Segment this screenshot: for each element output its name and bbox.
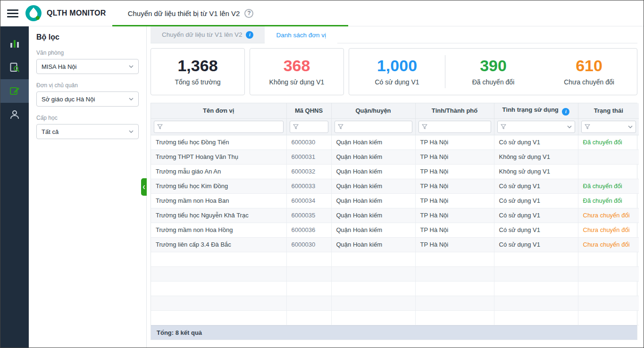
cell-district: Quận Hoàn kiếm [331, 149, 415, 164]
units-table: Tên đơn vị Mã QHNS Quận/huyện Tỉnh/Thành… [151, 103, 637, 340]
chevron-down-icon [129, 65, 134, 68]
stat-card-using-v1-group: 1,000 Có sử dụng V1 390 Đã chuyển đổi 61… [349, 48, 637, 95]
cell-usage: Có sử dụng V1 [494, 237, 578, 252]
not-converted-value: 610 [576, 58, 602, 75]
stat-cards: 1,368 Tổng số trường 368 Không sử dụng V… [151, 48, 637, 95]
not-using-v1-value: 368 [284, 58, 310, 75]
app-name: QLTH MONITOR [47, 9, 106, 17]
cell-status [578, 164, 639, 179]
col-header-unit-name: Tên đơn vị [151, 103, 286, 118]
table-row[interactable]: Trường mẫu giáo An An 6000032 Quận Hoàn … [151, 164, 639, 179]
cell-unit-name: Trường mầm non Hoa Ban [151, 193, 286, 208]
level-select[interactable]: Tất cả [36, 124, 139, 139]
cell-usage: Không sử dụng V1 [494, 164, 578, 179]
cell-province: TP Hà Nội [415, 223, 494, 237]
cell-unit-name: Trường tiểu học Kim Đồng [151, 179, 286, 193]
filter-input-unit-name[interactable] [154, 121, 284, 133]
cell-district: Quận Hoàn kiếm [331, 223, 415, 237]
cell-unit-name: Trường mầm non Hoa Hồng [151, 223, 286, 237]
cell-status: Đã chuyển đổi [578, 179, 639, 193]
sidebar-item-data-transfer[interactable] [0, 79, 29, 103]
cell-district: Quận Hoàn kiếm [331, 135, 415, 149]
cell-status [578, 149, 639, 164]
bar-chart-icon [9, 38, 20, 50]
cell-unit-name: Trường liên cấp 3.4 Đà Bắc [151, 237, 286, 252]
tab-transfer-data[interactable]: Chuyển dữ liệu từ V1 lên V2 i [151, 26, 265, 43]
office-select[interactable]: MISA Hà Nội [36, 59, 139, 74]
cell-usage: Có sử dụng V1 [494, 223, 578, 237]
authority-select[interactable]: Sở giáo dục Hà Nội [36, 91, 139, 107]
table-row[interactable]: Trường tiểu học Kim Đồng 6000033 Quận Ho… [151, 179, 639, 193]
table-row[interactable]: Trường tiểu học Đồng Tiến 6000030 Quận H… [151, 135, 639, 149]
converted-value: 390 [480, 58, 507, 75]
filter-select-usage[interactable] [497, 121, 575, 133]
sidebar-item-users[interactable] [0, 103, 29, 126]
hamburger-menu-button[interactable] [7, 9, 18, 17]
filter-panel: Bộ lọc Văn phòng MISA Hà Nội Đơn vị chủ … [29, 26, 147, 348]
cell-code: 6000032 [286, 164, 331, 179]
empty-row [151, 252, 639, 266]
cell-province: TP Hà Nội [415, 135, 494, 149]
info-icon[interactable]: i [246, 31, 253, 39]
not-converted-label: Chưa chuyển đổi [564, 78, 614, 86]
cell-district: Quận Hoàn kiếm [331, 237, 415, 252]
empty-row [151, 296, 639, 310]
chevron-down-icon [129, 130, 134, 133]
cell-province: TP Hà Nội [415, 179, 494, 193]
cell-province: TP Hà Nội [415, 208, 494, 223]
chevron-down-icon [628, 125, 633, 128]
filter-input-district[interactable] [335, 121, 412, 133]
app-logo-icon [25, 5, 42, 22]
cell-district: Quận Hoàn kiếm [331, 193, 415, 208]
cell-code: 6000033 [286, 179, 331, 193]
cell-province: TP Hà Nội [415, 164, 494, 179]
tab-unit-list[interactable]: Danh sách đơn vị [265, 26, 337, 43]
not-using-v1-label: Không sử dụng V1 [269, 78, 325, 86]
level-select-value: Tất cả [42, 128, 59, 135]
cell-unit-name: Trường THPT Hoàng Văn Thụ [151, 149, 286, 164]
cell-usage: Có sử dụng V1 [494, 193, 578, 208]
empty-row [151, 310, 639, 325]
tab-transfer-label: Chuyển dữ liệu từ V1 lên V2 [162, 31, 242, 38]
document-search-icon [9, 62, 20, 73]
authority-label: Đơn vị chủ quản [36, 82, 139, 89]
office-label: Văn phòng [36, 50, 139, 56]
help-icon[interactable]: ? [244, 9, 253, 18]
cell-code: 6000030 [286, 237, 331, 252]
edit-pencil-icon [9, 85, 20, 97]
col-header-code: Mã QHNS [286, 103, 331, 118]
filter-input-code[interactable] [290, 121, 328, 133]
table-footer: Tổng: 8 kết quả [151, 325, 637, 340]
table-header-row: Tên đơn vị Mã QHNS Quận/huyện Tỉnh/Thành… [151, 103, 639, 118]
sidebar-item-dashboard[interactable] [0, 32, 29, 56]
filter-panel-title: Bộ lọc [36, 33, 139, 41]
usage-info-icon[interactable]: i [562, 108, 569, 116]
cell-status: Đã chuyển đổi [578, 193, 639, 208]
table-row[interactable]: Trường mầm non Hoa Ban 6000034 Quận Hoàn… [151, 193, 639, 208]
chevron-left-icon: ❮ [142, 185, 146, 189]
level-label: Cấp học [36, 115, 139, 121]
col-header-province: Tỉnh/Thành phố [415, 103, 494, 118]
cell-province: TP Hà Nội [415, 149, 494, 164]
cell-code: 6000030 [286, 135, 331, 149]
cell-status: Chưa chuyển đổi [578, 208, 639, 223]
empty-row [151, 266, 639, 281]
using-v1-value: 1,000 [377, 58, 417, 75]
app-window: QLTH MONITOR Chuyển dữ liệu thiết bị từ … [0, 0, 644, 348]
col-header-district: Quận/huyện [331, 103, 415, 118]
table-row[interactable]: Trường mầm non Hoa Hồng 6000036 Quận Hoà… [151, 223, 639, 237]
empty-row [151, 281, 639, 296]
chevron-down-icon [567, 125, 572, 128]
cell-unit-name: Trường tiểu học Đồng Tiến [151, 135, 286, 149]
table-row[interactable]: Trường THPT Hoàng Văn Thụ 6000031 Quận H… [151, 149, 639, 164]
page-title: Chuyển dữ liệu thiết bị từ V1 lên V2 [128, 9, 240, 17]
cell-code: 6000035 [286, 208, 331, 223]
filter-input-province[interactable] [418, 121, 491, 133]
table-row[interactable]: Trường tiểu học Nguyễn Khả Trạc 6000035 … [151, 208, 639, 223]
cell-usage: Có sử dụng V1 [494, 208, 578, 223]
panel-collapse-handle[interactable]: ❮ [141, 178, 147, 196]
sidebar-item-report-search[interactable] [0, 56, 29, 79]
filter-field-level: Cấp học Tất cả [36, 115, 139, 139]
table-row[interactable]: Trường liên cấp 3.4 Đà Bắc 6000030 Quận … [151, 237, 639, 252]
cell-status: Đã chuyển đổi [578, 135, 639, 149]
